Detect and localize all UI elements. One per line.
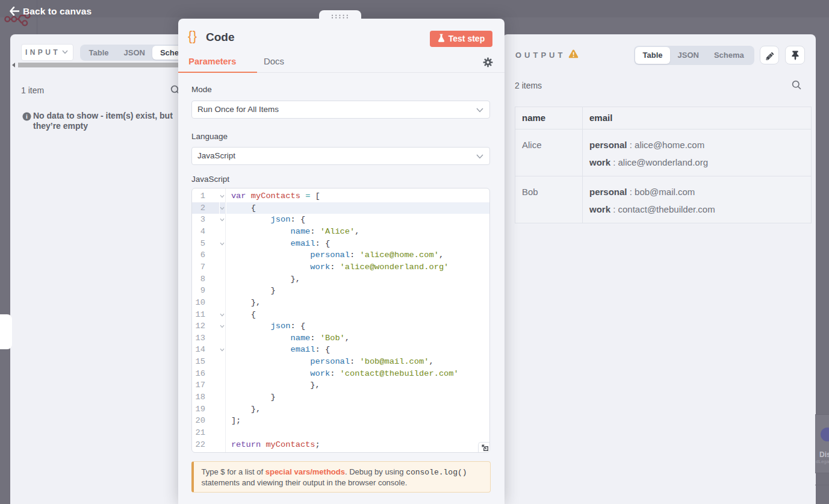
svg-text:i: i (26, 113, 28, 120)
